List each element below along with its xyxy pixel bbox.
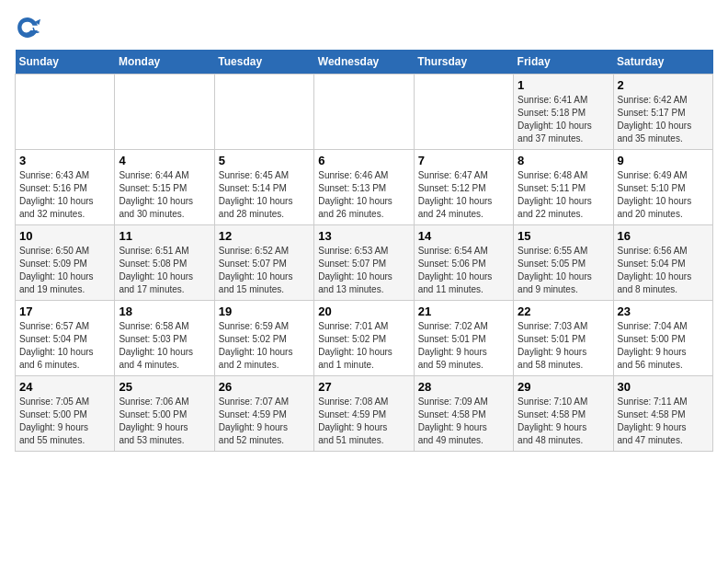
calendar-cell: 10Sunrise: 6:50 AM Sunset: 5:09 PM Dayli…	[16, 225, 115, 301]
calendar-week-row: 24Sunrise: 7:05 AM Sunset: 5:00 PM Dayli…	[16, 376, 713, 452]
header-wednesday: Wednesday	[314, 50, 414, 75]
header-tuesday: Tuesday	[214, 50, 313, 75]
calendar-header-row: SundayMondayTuesdayWednesdayThursdayFrid…	[16, 50, 713, 75]
day-info: Sunrise: 6:54 AM Sunset: 5:06 PM Dayligh…	[418, 245, 509, 296]
calendar-cell	[414, 75, 513, 150]
calendar-cell: 8Sunrise: 6:48 AM Sunset: 5:11 PM Daylig…	[514, 150, 613, 225]
calendar-cell: 27Sunrise: 7:08 AM Sunset: 4:59 PM Dayli…	[314, 376, 414, 452]
header-saturday: Saturday	[613, 50, 712, 75]
day-info: Sunrise: 6:58 AM Sunset: 5:03 PM Dayligh…	[119, 320, 210, 372]
day-info: Sunrise: 6:44 AM Sunset: 5:15 PM Dayligh…	[119, 169, 210, 221]
calendar-cell: 15Sunrise: 6:55 AM Sunset: 5:05 PM Dayli…	[514, 225, 613, 301]
calendar-cell: 29Sunrise: 7:10 AM Sunset: 4:58 PM Dayli…	[514, 376, 613, 452]
day-number: 19	[219, 304, 310, 318]
day-info: Sunrise: 7:08 AM Sunset: 4:59 PM Dayligh…	[318, 396, 409, 447]
calendar-table: SundayMondayTuesdayWednesdayThursdayFrid…	[15, 50, 713, 452]
day-number: 25	[119, 380, 210, 394]
day-number: 30	[618, 380, 709, 394]
header-thursday: Thursday	[414, 50, 513, 75]
day-info: Sunrise: 7:11 AM Sunset: 4:58 PM Dayligh…	[618, 396, 709, 447]
calendar-week-row: 1Sunrise: 6:41 AM Sunset: 5:18 PM Daylig…	[16, 75, 713, 150]
calendar-cell: 28Sunrise: 7:09 AM Sunset: 4:58 PM Dayli…	[414, 376, 513, 452]
calendar-cell: 30Sunrise: 7:11 AM Sunset: 4:58 PM Dayli…	[613, 376, 712, 452]
day-number: 29	[518, 380, 609, 394]
day-number: 2	[618, 78, 709, 92]
day-info: Sunrise: 6:59 AM Sunset: 5:02 PM Dayligh…	[219, 320, 310, 372]
day-info: Sunrise: 7:10 AM Sunset: 4:58 PM Dayligh…	[518, 396, 609, 447]
calendar-cell: 5Sunrise: 6:45 AM Sunset: 5:14 PM Daylig…	[214, 150, 313, 225]
day-number: 15	[518, 229, 609, 243]
day-number: 24	[19, 380, 110, 394]
calendar-cell: 17Sunrise: 6:57 AM Sunset: 5:04 PM Dayli…	[16, 301, 115, 376]
day-info: Sunrise: 6:50 AM Sunset: 5:09 PM Dayligh…	[19, 245, 110, 296]
calendar-cell: 7Sunrise: 6:47 AM Sunset: 5:12 PM Daylig…	[414, 150, 513, 225]
day-number: 1	[518, 78, 609, 92]
day-number: 26	[219, 380, 310, 394]
calendar-cell: 13Sunrise: 6:53 AM Sunset: 5:07 PM Dayli…	[314, 225, 414, 301]
calendar-cell	[214, 75, 313, 150]
calendar-cell: 2Sunrise: 6:42 AM Sunset: 5:17 PM Daylig…	[613, 75, 712, 150]
calendar-cell: 25Sunrise: 7:06 AM Sunset: 5:00 PM Dayli…	[115, 376, 214, 452]
calendar-cell: 16Sunrise: 6:56 AM Sunset: 5:04 PM Dayli…	[613, 225, 712, 301]
calendar-cell: 22Sunrise: 7:03 AM Sunset: 5:01 PM Dayli…	[514, 301, 613, 376]
day-info: Sunrise: 6:51 AM Sunset: 5:08 PM Dayligh…	[119, 245, 210, 296]
logo	[15, 15, 44, 40]
day-info: Sunrise: 7:06 AM Sunset: 5:00 PM Dayligh…	[119, 396, 210, 447]
page-header	[15, 15, 713, 40]
day-info: Sunrise: 6:41 AM Sunset: 5:18 PM Dayligh…	[518, 94, 609, 145]
day-number: 3	[19, 154, 110, 167]
day-number: 17	[19, 304, 110, 318]
day-number: 6	[318, 154, 409, 167]
calendar-cell: 11Sunrise: 6:51 AM Sunset: 5:08 PM Dayli…	[115, 225, 214, 301]
day-info: Sunrise: 7:02 AM Sunset: 5:01 PM Dayligh…	[418, 320, 509, 372]
day-info: Sunrise: 6:46 AM Sunset: 5:13 PM Dayligh…	[318, 169, 409, 221]
calendar-cell: 9Sunrise: 6:49 AM Sunset: 5:10 PM Daylig…	[613, 150, 712, 225]
day-info: Sunrise: 6:45 AM Sunset: 5:14 PM Dayligh…	[219, 169, 310, 221]
day-number: 13	[318, 229, 409, 243]
day-info: Sunrise: 6:43 AM Sunset: 5:16 PM Dayligh…	[19, 169, 110, 221]
day-number: 10	[19, 229, 110, 243]
day-number: 18	[119, 304, 210, 318]
day-number: 28	[418, 380, 509, 394]
day-number: 7	[418, 154, 509, 167]
day-number: 27	[318, 380, 409, 394]
calendar-week-row: 17Sunrise: 6:57 AM Sunset: 5:04 PM Dayli…	[16, 301, 713, 376]
day-info: Sunrise: 7:01 AM Sunset: 5:02 PM Dayligh…	[318, 320, 409, 372]
day-number: 8	[518, 154, 609, 167]
calendar-week-row: 3Sunrise: 6:43 AM Sunset: 5:16 PM Daylig…	[16, 150, 713, 225]
header-sunday: Sunday	[16, 50, 115, 75]
day-number: 16	[618, 229, 709, 243]
calendar-cell: 26Sunrise: 7:07 AM Sunset: 4:59 PM Dayli…	[214, 376, 313, 452]
day-info: Sunrise: 7:04 AM Sunset: 5:00 PM Dayligh…	[618, 320, 709, 372]
day-info: Sunrise: 6:48 AM Sunset: 5:11 PM Dayligh…	[518, 169, 609, 221]
calendar-cell: 1Sunrise: 6:41 AM Sunset: 5:18 PM Daylig…	[514, 75, 613, 150]
day-info: Sunrise: 7:03 AM Sunset: 5:01 PM Dayligh…	[518, 320, 609, 372]
calendar-cell: 23Sunrise: 7:04 AM Sunset: 5:00 PM Dayli…	[613, 301, 712, 376]
calendar-cell	[16, 75, 115, 150]
day-info: Sunrise: 7:09 AM Sunset: 4:58 PM Dayligh…	[418, 396, 509, 447]
day-info: Sunrise: 7:07 AM Sunset: 4:59 PM Dayligh…	[219, 396, 310, 447]
day-number: 14	[418, 229, 509, 243]
calendar-cell: 12Sunrise: 6:52 AM Sunset: 5:07 PM Dayli…	[214, 225, 313, 301]
calendar-cell: 3Sunrise: 6:43 AM Sunset: 5:16 PM Daylig…	[16, 150, 115, 225]
header-monday: Monday	[115, 50, 214, 75]
calendar-cell: 6Sunrise: 6:46 AM Sunset: 5:13 PM Daylig…	[314, 150, 414, 225]
day-info: Sunrise: 7:05 AM Sunset: 5:00 PM Dayligh…	[19, 396, 110, 447]
day-number: 5	[219, 154, 310, 167]
day-number: 4	[119, 154, 210, 167]
calendar-cell: 14Sunrise: 6:54 AM Sunset: 5:06 PM Dayli…	[414, 225, 513, 301]
calendar-cell: 21Sunrise: 7:02 AM Sunset: 5:01 PM Dayli…	[414, 301, 513, 376]
day-number: 12	[219, 229, 310, 243]
day-info: Sunrise: 6:57 AM Sunset: 5:04 PM Dayligh…	[19, 320, 110, 372]
day-info: Sunrise: 6:47 AM Sunset: 5:12 PM Dayligh…	[418, 169, 509, 221]
calendar-cell: 4Sunrise: 6:44 AM Sunset: 5:15 PM Daylig…	[115, 150, 214, 225]
day-number: 22	[518, 304, 609, 318]
calendar-cell	[314, 75, 414, 150]
calendar-cell: 19Sunrise: 6:59 AM Sunset: 5:02 PM Dayli…	[214, 301, 313, 376]
calendar-week-row: 10Sunrise: 6:50 AM Sunset: 5:09 PM Dayli…	[16, 225, 713, 301]
logo-icon	[15, 15, 40, 40]
calendar-cell: 24Sunrise: 7:05 AM Sunset: 5:00 PM Dayli…	[16, 376, 115, 452]
day-number: 20	[318, 304, 409, 318]
day-info: Sunrise: 6:42 AM Sunset: 5:17 PM Dayligh…	[618, 94, 709, 145]
day-number: 11	[119, 229, 210, 243]
